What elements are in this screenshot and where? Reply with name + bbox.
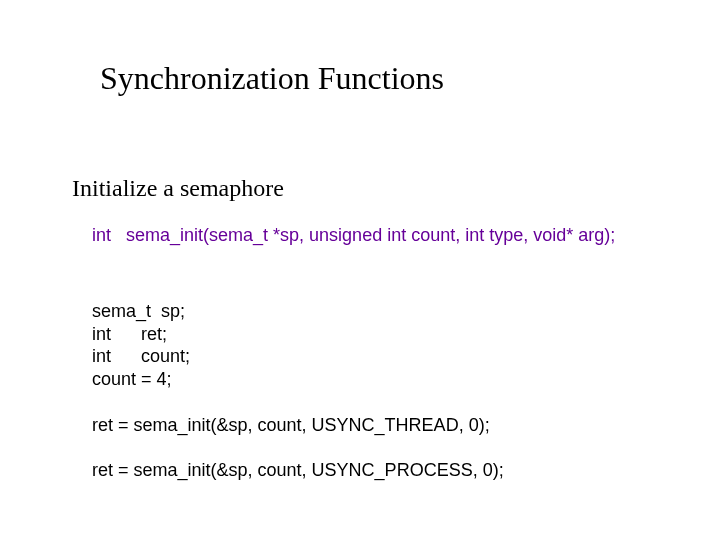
function-signature: int sema_init(sema_t *sp, unsigned int c… (92, 225, 615, 246)
page-title: Synchronization Functions (100, 60, 444, 97)
code-call-thread: ret = sema_init(&sp, count, USYNC_THREAD… (92, 415, 490, 436)
code-declarations: sema_t sp; int ret; int count; count = 4… (92, 300, 190, 390)
slide: Synchronization Functions Initialize a s… (0, 0, 720, 540)
section-heading: Initialize a semaphore (72, 175, 284, 202)
code-call-process: ret = sema_init(&sp, count, USYNC_PROCES… (92, 460, 504, 481)
